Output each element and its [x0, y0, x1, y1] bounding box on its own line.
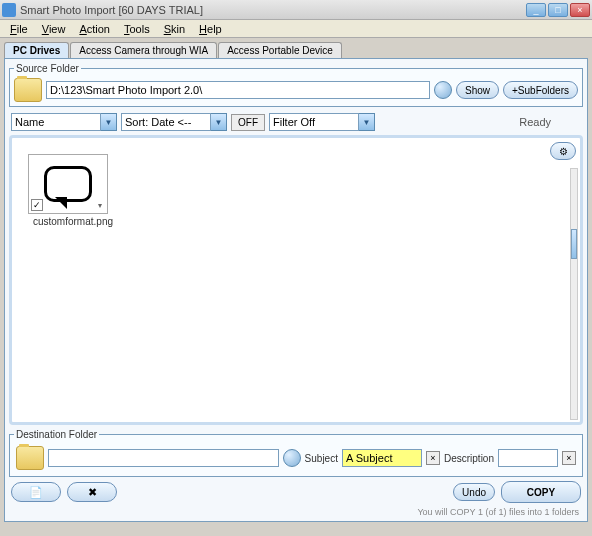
sort-combo[interactable]: ▼ [121, 113, 227, 131]
thumbnail-filename: customformat.png [28, 216, 118, 227]
thumbnail-image[interactable]: ✓ ▾ [28, 154, 108, 214]
titlebar: Smart Photo Import [60 DAYS TRIAL] _ □ × [0, 0, 592, 20]
dest-legend: Destination Folder [14, 429, 99, 440]
clear-description-button[interactable]: × [562, 451, 576, 465]
subfolders-button[interactable]: +SubFolders [503, 81, 578, 99]
menu-help[interactable]: Help [193, 22, 228, 36]
chevron-down-icon[interactable]: ▼ [211, 113, 227, 131]
tool-button-1[interactable]: 📄 [11, 482, 61, 502]
tool-button-2[interactable]: ✖ [67, 482, 117, 502]
clear-subject-button[interactable]: × [426, 451, 440, 465]
maximize-button[interactable]: □ [548, 3, 568, 17]
status-text: Ready [519, 116, 551, 128]
tab-portable[interactable]: Access Portable Device [218, 42, 342, 58]
close-button[interactable]: × [570, 3, 590, 17]
main-panel: Source Folder Show +SubFolders ▼ ▼ OFF ▼ [4, 58, 588, 522]
menu-file[interactable]: File [4, 22, 34, 36]
destination-fieldset: Destination Folder Subject × Description… [9, 429, 583, 477]
menubar: File View Action Tools Skin Help [0, 20, 592, 38]
name-combo[interactable]: ▼ [11, 113, 117, 131]
chevron-down-icon[interactable]: ▼ [359, 113, 375, 131]
menu-tools[interactable]: Tools [118, 22, 156, 36]
menu-skin[interactable]: Skin [158, 22, 191, 36]
tab-wia[interactable]: Access Camera through WIA [70, 42, 217, 58]
browse-source-button[interactable] [434, 81, 452, 99]
filter-combo[interactable]: ▼ [269, 113, 375, 131]
menu-action[interactable]: Action [73, 22, 116, 36]
app-icon [2, 3, 16, 17]
folder-icon [14, 78, 42, 102]
view-options-button[interactable]: ⚙ [550, 142, 576, 160]
source-legend: Source Folder [14, 63, 81, 74]
browse-dest-button[interactable] [283, 449, 301, 467]
tab-pc-drives[interactable]: PC Drives [4, 42, 69, 58]
thumbnail-checkbox[interactable]: ✓ [31, 199, 43, 211]
scroll-thumb[interactable] [571, 229, 577, 259]
filter-field[interactable] [269, 113, 359, 131]
name-field[interactable] [11, 113, 101, 131]
toolbar: ▼ ▼ OFF ▼ Ready [9, 111, 583, 133]
show-button[interactable]: Show [456, 81, 499, 99]
description-label: Description [444, 453, 494, 464]
thumbnail-menu-icon[interactable]: ▾ [95, 201, 105, 211]
copy-button[interactable]: COPY [501, 481, 581, 503]
folder-icon [16, 446, 44, 470]
off-toggle[interactable]: OFF [231, 114, 265, 131]
minimize-button[interactable]: _ [526, 3, 546, 17]
sort-field[interactable] [121, 113, 211, 131]
undo-button[interactable]: Undo [453, 483, 495, 501]
copy-status: You will COPY 1 (of 1) files into 1 fold… [9, 507, 579, 517]
source-path-input[interactable] [46, 81, 430, 99]
dest-path-input[interactable] [48, 449, 279, 467]
subject-label: Subject [305, 453, 338, 464]
thumbnail-view: ⚙ ✓ ▾ customformat.png [9, 135, 583, 425]
speech-bubble-icon [44, 166, 92, 202]
subject-input[interactable] [342, 449, 422, 467]
description-input[interactable] [498, 449, 558, 467]
bottom-bar: 📄 ✖ Undo COPY [9, 477, 583, 507]
tabs: PC Drives Access Camera through WIA Acce… [4, 42, 588, 58]
chevron-down-icon[interactable]: ▼ [101, 113, 117, 131]
source-folder-fieldset: Source Folder Show +SubFolders [9, 63, 583, 107]
scrollbar[interactable] [570, 168, 578, 420]
menu-view[interactable]: View [36, 22, 72, 36]
window-title: Smart Photo Import [60 DAYS TRIAL] [20, 4, 524, 16]
thumbnail-item[interactable]: ✓ ▾ customformat.png [28, 154, 118, 227]
